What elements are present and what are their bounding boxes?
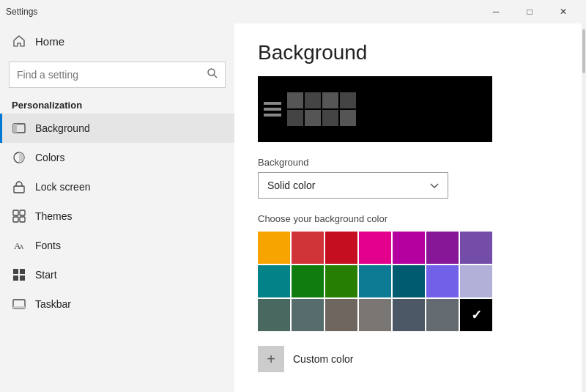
color-swatch[interactable] [359, 232, 391, 264]
preview-tile [305, 92, 321, 108]
page-title: Background [258, 41, 558, 64]
taskbar-icon [12, 297, 26, 311]
svg-line-1 [214, 75, 217, 78]
background-preview [258, 76, 492, 142]
plus-icon: + [258, 346, 284, 372]
color-grid [258, 232, 558, 331]
color-swatch[interactable] [460, 232, 492, 264]
close-button[interactable]: ✕ [546, 0, 580, 23]
search-icon [207, 68, 218, 81]
sidebar-item-start[interactable]: Start [0, 260, 234, 289]
preview-taskbar [264, 102, 281, 117]
color-swatch[interactable] [393, 265, 425, 297]
app-title: Settings [6, 7, 37, 17]
svg-rect-8 [13, 217, 18, 222]
background-icon [12, 121, 26, 136]
section-label: Personalization [0, 94, 234, 114]
color-swatch[interactable] [426, 265, 459, 297]
custom-color-button[interactable]: + Custom color [258, 343, 353, 375]
minimize-button[interactable]: ─ [479, 0, 513, 23]
scrollbar-thumb[interactable] [582, 29, 585, 73]
sidebar-item-lockscreen[interactable]: Lock screen [0, 172, 234, 201]
home-icon [12, 34, 26, 48]
sidebar-item-colors-label: Colors [35, 152, 64, 163]
color-swatch[interactable] [460, 299, 492, 331]
color-row [258, 299, 558, 331]
sidebar-item-taskbar[interactable]: Taskbar [0, 289, 234, 319]
color-swatch[interactable] [258, 265, 290, 297]
color-swatch[interactable] [325, 265, 357, 297]
color-swatch[interactable] [359, 299, 391, 331]
app-body: Home Personalization Background [0, 23, 586, 392]
content-area: Background Background Solid color [234, 23, 582, 392]
preview-tile [287, 92, 303, 108]
title-bar: Settings ─ □ ✕ [0, 0, 586, 23]
sidebar-item-background[interactable]: Background [0, 114, 234, 143]
themes-icon [12, 209, 26, 223]
preview-tile [287, 110, 303, 126]
svg-rect-7 [20, 210, 25, 215]
color-swatch[interactable] [359, 265, 391, 297]
dropdown-value: Solid color [267, 180, 315, 191]
svg-rect-13 [20, 269, 25, 274]
scrollbar-track [582, 23, 586, 392]
lockscreen-icon [12, 180, 26, 194]
color-swatch[interactable] [258, 299, 290, 331]
sidebar-item-lockscreen-label: Lock screen [35, 181, 90, 193]
color-swatch[interactable] [426, 232, 459, 264]
color-row [258, 232, 558, 264]
svg-rect-9 [20, 217, 25, 222]
color-swatch[interactable] [325, 232, 357, 264]
chevron-down-icon [430, 180, 439, 191]
preview-line-1 [264, 102, 281, 105]
svg-rect-12 [13, 269, 18, 274]
home-label: Home [35, 35, 64, 48]
svg-text:A: A [19, 243, 24, 251]
svg-rect-6 [13, 210, 18, 215]
svg-rect-17 [13, 306, 25, 308]
color-swatch[interactable] [292, 265, 324, 297]
preview-tile [322, 92, 338, 108]
sidebar-item-themes[interactable]: Themes [0, 201, 234, 231]
fonts-icon: A A [12, 238, 26, 253]
sidebar-item-fonts[interactable]: A A Fonts [0, 231, 234, 260]
color-swatch[interactable] [393, 299, 425, 331]
color-swatch[interactable] [292, 299, 324, 331]
sidebar-item-background-label: Background [35, 122, 90, 134]
sidebar-item-themes-label: Themes [35, 210, 73, 222]
search-input[interactable] [17, 69, 201, 81]
window-controls: ─ □ ✕ [479, 0, 580, 23]
preview-line-2 [264, 108, 281, 111]
preview-line-3 [264, 114, 281, 117]
svg-rect-15 [20, 275, 25, 281]
color-swatch[interactable] [393, 232, 425, 264]
preview-tile [322, 110, 338, 126]
color-swatch[interactable] [325, 299, 357, 331]
color-row [258, 265, 558, 297]
color-swatch[interactable] [292, 232, 324, 264]
color-section-label: Choose your background color [258, 213, 558, 224]
sidebar-item-start-label: Start [35, 269, 57, 281]
maximize-button[interactable]: □ [513, 0, 546, 23]
svg-rect-3 [13, 124, 17, 133]
sidebar-item-fonts-label: Fonts [35, 240, 61, 251]
home-button[interactable]: Home [0, 26, 234, 56]
background-dropdown[interactable]: Solid color [258, 172, 448, 199]
sidebar: Home Personalization Background [0, 23, 234, 392]
svg-rect-14 [13, 275, 18, 281]
sidebar-item-taskbar-label: Taskbar [35, 298, 71, 310]
search-box[interactable] [9, 62, 226, 88]
start-icon [12, 267, 26, 282]
color-swatch[interactable] [258, 232, 290, 264]
background-label: Background [258, 157, 558, 168]
colors-icon [12, 150, 26, 165]
svg-point-0 [208, 69, 215, 75]
preview-tile [340, 110, 356, 126]
preview-tiles [287, 92, 356, 126]
preview-tile [305, 110, 321, 126]
color-swatch[interactable] [426, 299, 459, 331]
sidebar-item-colors[interactable]: Colors [0, 143, 234, 172]
svg-rect-5 [14, 186, 24, 193]
preview-tile [340, 92, 356, 108]
color-swatch[interactable] [460, 265, 492, 297]
